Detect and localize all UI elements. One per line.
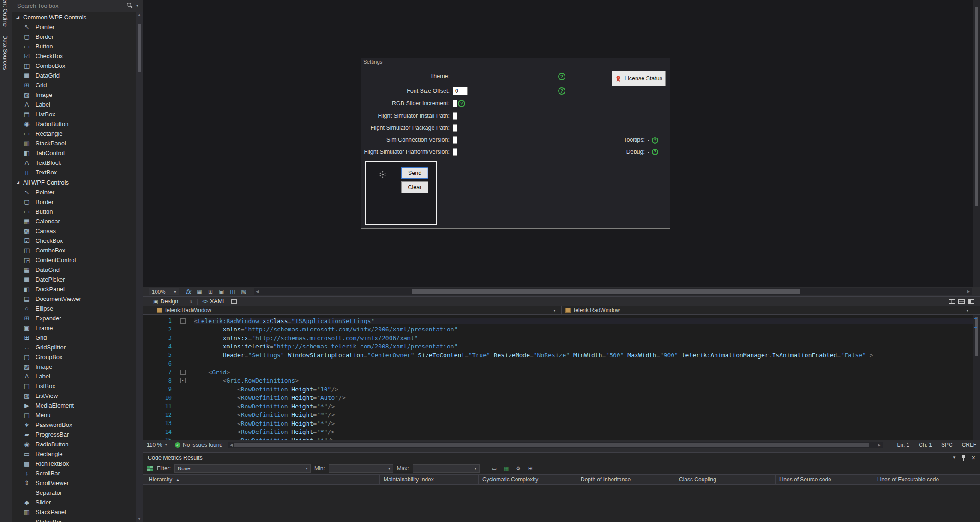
toolbox-item[interactable]: TabControl: [12, 148, 136, 158]
toolbox-item[interactable]: Frame: [12, 323, 136, 333]
code-text[interactable]: <Grid.RowDefinitions>: [194, 377, 973, 384]
scroll-left-icon[interactable]: ◀: [228, 442, 234, 449]
generate-metrics-icon[interactable]: [147, 465, 153, 472]
code-text[interactable]: <RowDefinition Height="*"/>: [194, 428, 973, 435]
designer-zoom-select[interactable]: 100%: [149, 288, 179, 295]
code-line[interactable]: 2 xmlns="http://schemas.microsoft.com/wi…: [143, 325, 973, 334]
popout-window-icon[interactable]: [231, 299, 237, 304]
xaml-editor[interactable]: 1 <telerik:RadWindow x:Class="TSApplicat…: [143, 315, 980, 440]
snaplines-icon[interactable]: [228, 288, 237, 295]
show-annotations-icon[interactable]: [217, 288, 226, 295]
min-input[interactable]: [329, 464, 393, 473]
toolbox-item[interactable]: Calendar: [12, 216, 136, 226]
code-line[interactable]: 8 <Grid.RowDefinitions>: [143, 377, 973, 385]
toolbox-item[interactable]: RichTextBox: [12, 459, 136, 468]
fold-collapse-icon[interactable]: [180, 370, 186, 375]
expander-icon[interactable]: [16, 15, 22, 19]
code-text[interactable]: Header="Settings" WindowStartupLocation=…: [194, 352, 973, 359]
send-button[interactable]: Send: [401, 167, 428, 179]
toolbox-item[interactable]: Separator: [12, 488, 136, 498]
column-header[interactable]: Depth of Inheritance: [577, 475, 675, 484]
split-vertical-icon[interactable]: [949, 299, 955, 304]
code-line[interactable]: 15 <RowDefinition Height="*"/>: [143, 436, 973, 440]
toolbox-item[interactable]: Button: [12, 207, 136, 216]
toolbox-item[interactable]: GroupBox: [12, 352, 136, 362]
editor-horizontal-scrollbar[interactable]: ◀ ▶: [228, 442, 882, 448]
code-text[interactable]: <RowDefinition Height="*"/>: [194, 411, 973, 418]
font-size-offset-input[interactable]: 0: [453, 87, 468, 95]
toolbox-item[interactable]: Border: [12, 197, 136, 207]
toolbox-item[interactable]: CheckBox: [12, 51, 136, 61]
column-header[interactable]: Lines of Source code: [776, 475, 873, 484]
package-path-input[interactable]: [453, 124, 457, 132]
toolbox-item[interactable]: DockPanel: [12, 284, 136, 294]
scroll-right-icon[interactable]: ▶: [965, 288, 972, 295]
line-indicator[interactable]: Ln: 1: [897, 442, 910, 448]
indent-mode-indicator[interactable]: SPC: [941, 442, 953, 448]
code-text[interactable]: <RowDefinition Height="Auto"/>: [194, 394, 973, 401]
license-status-button[interactable]: License Status: [612, 71, 666, 86]
toolbox-item[interactable]: ProgressBar: [12, 430, 136, 439]
code-line[interactable]: 10 <RowDefinition Height="Auto"/>: [143, 394, 973, 402]
toolbox-item[interactable]: Rectangle: [12, 129, 136, 138]
breadcrumb-element[interactable]: telerik:RadWindow: [165, 307, 211, 313]
toolbox-item[interactable]: StackPanel: [12, 507, 136, 517]
toolbox-item[interactable]: ContentControl: [12, 255, 136, 265]
toolbox-item[interactable]: StatusBar: [12, 517, 136, 522]
scroll-down-icon[interactable]: ▼: [136, 516, 143, 522]
designer-horizontal-scrollbar[interactable]: ◀ ▶: [254, 288, 972, 295]
editor-vertical-scrollbar[interactable]: [973, 315, 980, 440]
column-header[interactable]: Class Coupling: [675, 475, 776, 484]
scrollbar-thumb[interactable]: [234, 443, 869, 447]
pin-icon[interactable]: [962, 455, 966, 461]
fold-collapse-icon[interactable]: [180, 318, 186, 324]
settings-icon[interactable]: [514, 465, 523, 472]
fold-gutter[interactable]: [172, 318, 194, 324]
code-line[interactable]: 14 <RowDefinition Height="*"/>: [143, 428, 973, 437]
tab-xaml[interactable]: XAML: [202, 298, 226, 305]
code-line[interactable]: 13 <RowDefinition Height="*"/>: [143, 419, 973, 428]
panel-title-bar[interactable]: Code Metrics Results: [143, 453, 980, 462]
code-text[interactable]: <RowDefinition Height="10"/>: [194, 386, 973, 393]
code-line[interactable]: 7 <Grid>: [143, 368, 973, 377]
toolbox-item[interactable]: MediaElement: [12, 401, 136, 410]
fold-gutter[interactable]: [172, 378, 194, 383]
toolbox-search[interactable]: [12, 0, 143, 12]
code-line[interactable]: 11 <RowDefinition Height="*"/>: [143, 402, 973, 411]
help-icon[interactable]: [558, 87, 565, 95]
toolbox-item[interactable]: ScrollViewer: [12, 478, 136, 488]
toolbox-item[interactable]: DataGrid: [12, 71, 136, 80]
line-ending-indicator[interactable]: CRLF: [962, 442, 976, 448]
toolbox-item[interactable]: ComboBox: [12, 61, 136, 71]
code-line[interactable]: 1 <telerik:RadWindow x:Class="TSApplicat…: [143, 317, 973, 325]
toolbox-item[interactable]: Ellipse: [12, 304, 136, 313]
help-icon[interactable]: [652, 149, 658, 155]
code-text[interactable]: <RowDefinition Height="*"/>: [194, 420, 973, 427]
sidebar-tab-data-sources[interactable]: Data Sources: [2, 35, 8, 70]
chevron-down-icon[interactable]: [136, 4, 139, 7]
column-header[interactable]: Cyclomatic Complexity: [479, 475, 577, 484]
toolbox-item[interactable]: CheckBox: [12, 236, 136, 246]
window-position-icon[interactable]: [952, 456, 956, 460]
split-horizontal-icon[interactable]: [958, 299, 965, 304]
design-surface[interactable]: Settings Theme: Font Size Offset: RGB Sl…: [143, 0, 980, 287]
toolbox-item[interactable]: PasswordBox: [12, 420, 136, 430]
breadcrumb[interactable]: telerik:RadWindow: [143, 306, 561, 314]
tab-design[interactable]: Design: [153, 298, 178, 305]
code-text[interactable]: xmlns:x="http://schemas.microsoft.com/wi…: [194, 335, 973, 342]
column-header[interactable]: Lines of Executable code: [873, 475, 980, 484]
snap-to-grid-icon[interactable]: [206, 288, 215, 295]
max-input[interactable]: [413, 464, 480, 473]
code-line[interactable]: 4 xmlns:telerik="http://schemas.telerik.…: [143, 342, 973, 351]
toolbox-item[interactable]: Slider: [12, 498, 136, 507]
expander-icon[interactable]: [16, 180, 22, 185]
breadcrumb-secondary[interactable]: telerik:RadWindow: [561, 306, 980, 314]
editor-zoom-select[interactable]: 110 %: [147, 442, 168, 448]
scrollbar-thumb[interactable]: [975, 7, 978, 206]
breadcrumb-element[interactable]: telerik:RadWindow: [574, 307, 620, 313]
toolbox-item[interactable]: DatePicker: [12, 275, 136, 284]
scroll-up-icon[interactable]: ▲: [136, 12, 143, 18]
toolbox-scrollbar[interactable]: ▲ ▼: [136, 12, 143, 522]
scrollbar-thumb[interactable]: [975, 317, 978, 356]
fold-gutter[interactable]: [172, 370, 194, 375]
